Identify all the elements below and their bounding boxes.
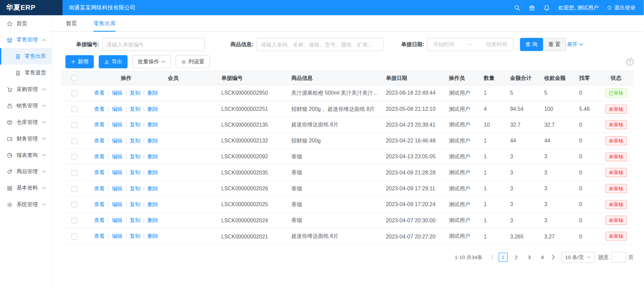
tab-home[interactable]: 首页: [66, 15, 77, 32]
row-8-view-link[interactable]: 查看: [94, 217, 105, 223]
row-7-copy-link[interactable]: 复制: [130, 201, 140, 207]
row-5-view-link[interactable]: 查看: [94, 169, 105, 175]
column-header-received: 收款金额: [541, 71, 576, 85]
row-6-delete-link[interactable]: 删除: [147, 185, 158, 191]
sidebar-item-system[interactable]: 系统管理: [0, 196, 52, 213]
add-button[interactable]: 新增: [65, 55, 94, 68]
row-checkbox[interactable]: [71, 218, 77, 224]
row-6-view-link[interactable]: 查看: [94, 185, 105, 191]
row-0-delete-link[interactable]: 删除: [147, 90, 158, 96]
row-4-edit-link[interactable]: 编辑: [112, 153, 123, 159]
cell-qty: 1: [480, 228, 507, 244]
row-3-view-link[interactable]: 查看: [94, 137, 105, 143]
chevron-down-icon: [579, 43, 583, 45]
sidebar-item-goods[interactable]: 商品管理: [0, 163, 52, 180]
cell-qty: 1: [480, 165, 507, 181]
row-1-edit-link[interactable]: 编辑: [112, 105, 123, 111]
sidebar-item-retail-outbound[interactable]: 零售出库: [0, 48, 52, 65]
sidebar-item-report[interactable]: 报表查询: [0, 147, 52, 163]
row-6-copy-link[interactable]: 复制: [130, 185, 140, 191]
table-header-row: 操作会员单据编号商品信息单据日期操作员数量金额合计收款金额找零状态: [61, 71, 634, 85]
row-9-copy-link[interactable]: 复制: [130, 233, 140, 239]
row-3-edit-link[interactable]: 编辑: [112, 137, 123, 143]
row-checkbox[interactable]: [71, 138, 77, 144]
expand-toggle[interactable]: 展开: [567, 38, 583, 51]
row-2-delete-link[interactable]: 删除: [147, 122, 158, 128]
row-4-view-link[interactable]: 查看: [94, 153, 105, 159]
row-7-delete-link[interactable]: 删除: [147, 201, 158, 207]
row-2-copy-link[interactable]: 复制: [130, 122, 140, 128]
row-3-delete-link[interactable]: 删除: [147, 137, 158, 143]
search-button[interactable]: 查 询: [520, 38, 543, 51]
row-2-edit-link[interactable]: 编辑: [112, 122, 123, 128]
next-page-button[interactable]: [551, 255, 555, 260]
select-all-checkbox[interactable]: [71, 75, 77, 81]
tab-bar: 首页零售出库: [52, 15, 644, 32]
prev-page-button[interactable]: [490, 255, 494, 260]
sidebar-item-home[interactable]: 首页: [0, 15, 52, 32]
row-0-copy-link[interactable]: 复制: [130, 90, 140, 96]
bill-no-input[interactable]: [102, 38, 205, 51]
op-separator: |: [143, 90, 144, 96]
row-checkbox[interactable]: [71, 170, 77, 176]
row-1-delete-link[interactable]: 删除: [147, 105, 158, 111]
row-checkbox[interactable]: [71, 202, 77, 207]
help-icon[interactable]: ?: [626, 58, 634, 65]
row-checkbox[interactable]: [71, 106, 77, 112]
row-7-view-link[interactable]: 查看: [94, 201, 105, 207]
row-5-copy-link[interactable]: 复制: [130, 169, 140, 175]
product-info-input[interactable]: [256, 38, 384, 51]
row-6-edit-link[interactable]: 编辑: [112, 185, 123, 191]
cart-icon: [7, 86, 13, 92]
tab-retail-outbound[interactable]: 零售出库: [93, 15, 115, 32]
row-1-copy-link[interactable]: 复制: [130, 105, 140, 111]
row-9-delete-link[interactable]: 删除: [147, 233, 158, 239]
row-checkbox[interactable]: [71, 154, 77, 160]
sidebar-item-finance[interactable]: 财务管理: [0, 130, 52, 147]
sidebar-item-retail[interactable]: 零售管理: [0, 32, 52, 48]
cell-status: 未审核: [599, 165, 634, 181]
row-9-edit-link[interactable]: 编辑: [112, 233, 123, 239]
row-9-view-link[interactable]: 查看: [94, 233, 105, 239]
row-7-edit-link[interactable]: 编辑: [112, 201, 123, 207]
jump-page-input[interactable]: [611, 252, 626, 263]
page-button-2[interactable]: 2: [512, 253, 521, 262]
batch-actions-button[interactable]: 批量操作: [132, 55, 171, 68]
row-1-view-link[interactable]: 查看: [94, 105, 105, 111]
bell-icon[interactable]: [543, 4, 550, 11]
row-4-delete-link[interactable]: 删除: [147, 153, 158, 159]
search-icon[interactable]: [514, 4, 520, 11]
sidebar-item-basic[interactable]: 基本资料: [0, 180, 52, 196]
column-settings-button[interactable]: 列设置: [176, 55, 210, 68]
row-5-delete-link[interactable]: 删除: [147, 169, 158, 175]
row-8-copy-link[interactable]: 复制: [130, 217, 140, 223]
row-checkbox[interactable]: [71, 90, 77, 96]
export-button[interactable]: 导出: [99, 55, 128, 68]
row-8-edit-link[interactable]: 编辑: [112, 217, 123, 223]
sidebar-item-warehouse[interactable]: 仓库管理: [0, 114, 52, 130]
reset-button[interactable]: 重 置: [543, 38, 566, 51]
row-3-copy-link[interactable]: 复制: [130, 137, 140, 143]
logout-button[interactable]: 退出登录: [607, 4, 636, 11]
cell-total: 3.265: [507, 228, 541, 244]
row-0-view-link[interactable]: 查看: [94, 90, 105, 96]
row-8-delete-link[interactable]: 删除: [147, 217, 158, 223]
page-button-1[interactable]: 1: [499, 253, 508, 262]
bank-icon[interactable]: [529, 4, 535, 11]
row-5-edit-link[interactable]: 编辑: [112, 169, 123, 175]
row-checkbox[interactable]: [71, 186, 77, 192]
row-checkbox[interactable]: [71, 234, 77, 239]
cell-member: [165, 133, 218, 149]
row-checkbox[interactable]: [71, 122, 77, 128]
sidebar-item-retail-return[interactable]: 零售退货: [0, 65, 52, 81]
sidebar-item-purchase[interactable]: 采购管理: [0, 81, 52, 98]
page-button-4[interactable]: 4: [538, 253, 547, 262]
power-icon: [607, 5, 612, 10]
row-0-edit-link[interactable]: 编辑: [112, 90, 123, 96]
page-size-select[interactable]: 10 条/页: [562, 252, 595, 263]
row-4-copy-link[interactable]: 复制: [130, 153, 140, 159]
page-button-3[interactable]: 3: [525, 253, 534, 262]
sidebar-item-sales[interactable]: 销售管理: [0, 98, 52, 114]
date-range-input[interactable]: 开始时间 ~ 结束时间: [427, 38, 513, 51]
row-2-view-link[interactable]: 查看: [94, 122, 105, 128]
